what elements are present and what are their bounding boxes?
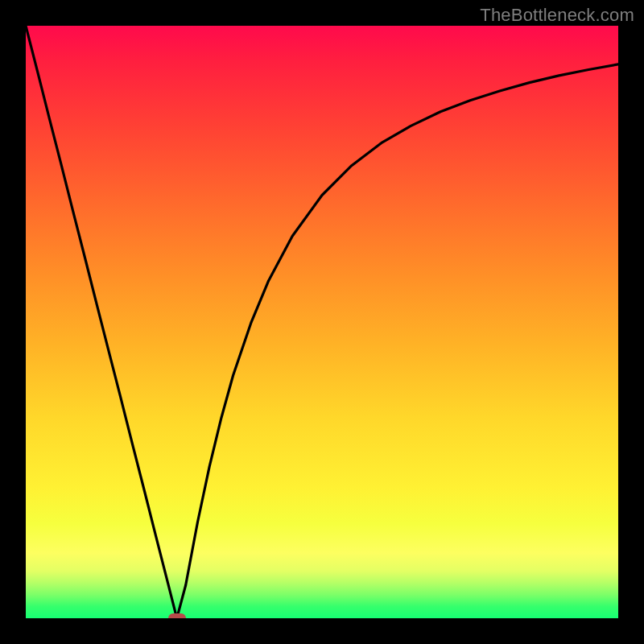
bottleneck-curve xyxy=(26,26,618,618)
plot-area xyxy=(26,26,618,618)
watermark-text: TheBottleneck.com xyxy=(480,5,634,26)
optimal-point-marker xyxy=(168,613,186,618)
chart-frame: TheBottleneck.com xyxy=(0,0,644,644)
